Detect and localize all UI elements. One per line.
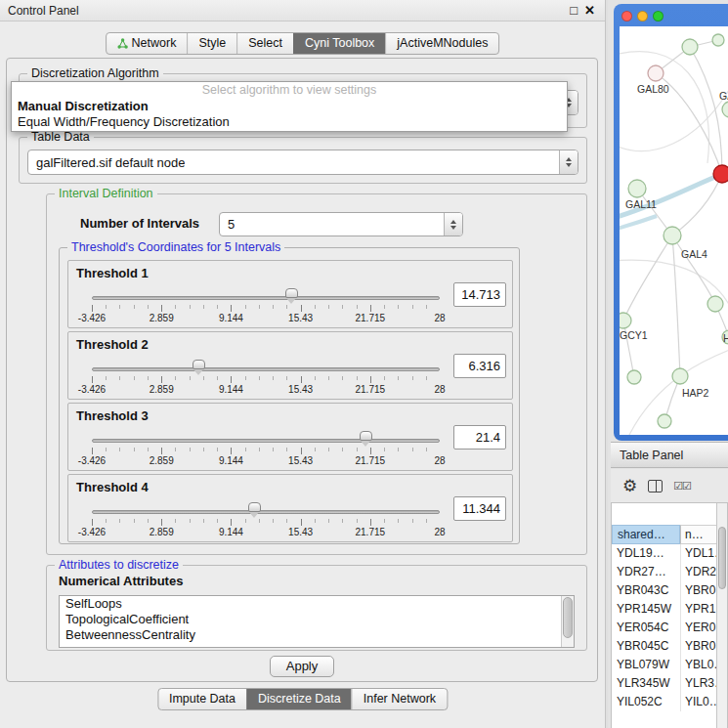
threshold-3-slider[interactable]: -3.426 2.859 9.144 15.43 21.715 28 <box>92 429 440 468</box>
minimize-traffic-icon[interactable] <box>637 11 648 21</box>
tab-jactivemnodules-label: jActiveMNodules <box>397 33 488 54</box>
cell-shared-name[interactable]: YBR045C <box>612 637 680 656</box>
network-node-gal80[interactable] <box>648 65 664 81</box>
threshold-1-slider-thumb[interactable] <box>285 288 298 298</box>
threshold-3-value-field[interactable] <box>453 425 506 450</box>
zoom-traffic-icon[interactable] <box>653 11 664 21</box>
algorithm-option-manual[interactable]: Manual Discretization <box>12 99 567 114</box>
cell-shared-name[interactable]: YDL19… <box>612 544 680 563</box>
number-of-intervals-select[interactable]: 5 <box>219 212 463 236</box>
threshold-2-label: Threshold 2 <box>76 337 149 352</box>
table-row[interactable]: YER054C YER0… <box>612 619 716 637</box>
float-window-icon[interactable]: □ <box>570 0 578 21</box>
list-item[interactable]: TopologicalCoefficient <box>60 612 574 627</box>
column-header-name[interactable]: n… <box>680 525 716 544</box>
select-columns-icon[interactable]: ☑☑ <box>673 480 691 492</box>
network-node[interactable] <box>707 296 723 312</box>
highlighted-network-node[interactable] <box>713 165 728 183</box>
threshold-1-slider[interactable]: -3.426 2.859 9.144 15.43 21.715 28 <box>92 286 440 325</box>
attributes-scrollbar[interactable] <box>561 596 574 647</box>
cell-name[interactable]: YBR0… <box>680 637 716 656</box>
threshold-1-slider-track[interactable] <box>92 296 440 300</box>
threshold-1-value-field[interactable] <box>453 282 506 307</box>
gear-icon[interactable]: ⚙ <box>622 478 637 494</box>
close-traffic-icon[interactable] <box>621 11 632 21</box>
threshold-3-slider-thumb[interactable] <box>360 431 372 441</box>
attributes-scrollbar-thumb[interactable] <box>563 597 573 638</box>
tab-infer-network[interactable]: Infer Network <box>352 689 447 709</box>
cell-name[interactable]: YIL0… <box>680 693 716 711</box>
threshold-2-slider-thumb[interactable] <box>193 360 205 369</box>
table-toolbar: ⚙ ☑☑ <box>611 469 728 502</box>
threshold-4-slider-thumb[interactable] <box>248 502 261 512</box>
tab-network[interactable]: Network <box>107 33 188 54</box>
cell-name[interactable]: YDL1… <box>680 544 716 563</box>
cell-shared-name[interactable]: YBL079W <box>612 656 680 674</box>
cell-shared-name[interactable]: YBR043C <box>612 581 680 600</box>
table-row[interactable]: YDL19… YDL1… <box>612 544 716 563</box>
tab-style[interactable]: Style <box>187 33 236 54</box>
tab-cyni-toolbox[interactable]: Cyni Toolbox <box>293 33 385 54</box>
threshold-2-slider-track[interactable] <box>92 367 440 371</box>
network-node[interactable] <box>712 34 724 46</box>
algorithm-option-equal-width[interactable]: Equal Width/Frequency Discretization <box>12 114 567 130</box>
network-canvas[interactable]: GAL80 GAL11 GAL4 GCY1 HAP2 GA H <box>620 26 728 435</box>
table-scrollbar[interactable] <box>716 503 727 728</box>
top-tab-bar: Network Style Select Cyni Toolbox jActiv… <box>106 32 500 55</box>
threshold-4-value-field[interactable] <box>453 496 506 521</box>
attributes-list[interactable]: SelfLoops TopologicalCoefficient Between… <box>59 595 575 648</box>
list-item[interactable]: BetweennessCentrality <box>60 627 574 643</box>
table-row[interactable]: YDR27… YDR2… <box>612 563 716 581</box>
cell-name[interactable]: YPR1… <box>680 600 716 619</box>
network-node-gcy1[interactable] <box>620 313 631 328</box>
close-window-icon[interactable]: ✕ <box>584 0 595 21</box>
cell-name[interactable]: YLR3… <box>680 674 716 693</box>
tab-jactivemnodules[interactable]: jActiveMNodules <box>385 33 498 54</box>
algorithm-group-title: Discretization Algorithm <box>27 66 163 80</box>
cell-name[interactable]: YBL0… <box>680 656 716 674</box>
network-nodes[interactable] <box>620 34 728 428</box>
table-scrollbar-thumb[interactable] <box>718 527 726 589</box>
tab-impute-data[interactable]: Impute Data <box>158 689 246 709</box>
network-node-gal4[interactable] <box>664 227 681 244</box>
tab-select[interactable]: Select <box>236 33 293 54</box>
threshold-2-slider[interactable]: -3.426 2.859 9.144 15.43 21.715 28 <box>92 358 440 397</box>
network-node[interactable] <box>682 39 698 55</box>
interval-definition-group: Interval Definition Number of Intervals … <box>46 193 587 555</box>
scale-label: 15.43 <box>288 455 313 466</box>
table-row[interactable]: YBR043C YBR0… <box>612 581 716 600</box>
table-data-select[interactable]: galFiltered.sif default node <box>27 150 578 175</box>
cell-shared-name[interactable]: YIL052C <box>612 693 680 711</box>
cell-shared-name[interactable]: YDR27… <box>612 563 680 581</box>
scale-label: -3.426 <box>78 313 106 323</box>
threshold-4-slider[interactable]: -3.426 2.859 9.144 15.43 21.715 28 <box>92 500 440 539</box>
table-row[interactable]: YBL079W YBL0… <box>612 656 716 674</box>
cell-shared-name[interactable]: YLR345W <box>612 674 680 693</box>
threshold-4-slider-track[interactable] <box>92 510 440 514</box>
cell-shared-name[interactable]: YER054C <box>612 619 680 637</box>
network-node[interactable] <box>722 102 728 117</box>
network-node-hap2[interactable] <box>672 368 688 384</box>
threshold-2-value-field[interactable] <box>453 354 506 378</box>
table-data-select-stepper-icon[interactable] <box>559 150 578 174</box>
cell-name[interactable]: YDR2… <box>680 563 716 581</box>
tab-discretize-data[interactable]: Discretize Data <box>246 689 352 709</box>
tab-discretize-data-label: Discretize Data <box>258 689 341 709</box>
cell-name[interactable]: YBR0… <box>680 581 716 600</box>
cell-name[interactable]: YER0… <box>680 619 716 637</box>
table-row[interactable]: YLR345W YLR3… <box>612 674 716 693</box>
number-of-intervals-stepper-icon[interactable] <box>444 213 462 236</box>
table-row[interactable]: YIL052C YIL0… <box>612 693 716 711</box>
table-row[interactable]: YBR045C YBR0… <box>612 637 716 656</box>
scale-label: 28 <box>434 527 445 537</box>
network-node-gal11[interactable] <box>628 180 646 197</box>
table-row[interactable]: YPR145W YPR1… <box>612 600 716 619</box>
threshold-3-slider-track[interactable] <box>92 439 440 443</box>
list-item[interactable]: SelfLoops <box>60 596 574 612</box>
apply-button[interactable]: Apply <box>270 656 334 677</box>
network-node[interactable] <box>627 370 641 384</box>
column-header-shared-name[interactable]: shared… <box>612 525 680 544</box>
network-node[interactable] <box>658 414 671 428</box>
cell-shared-name[interactable]: YPR145W <box>612 600 680 619</box>
columns-icon[interactable] <box>648 480 663 492</box>
